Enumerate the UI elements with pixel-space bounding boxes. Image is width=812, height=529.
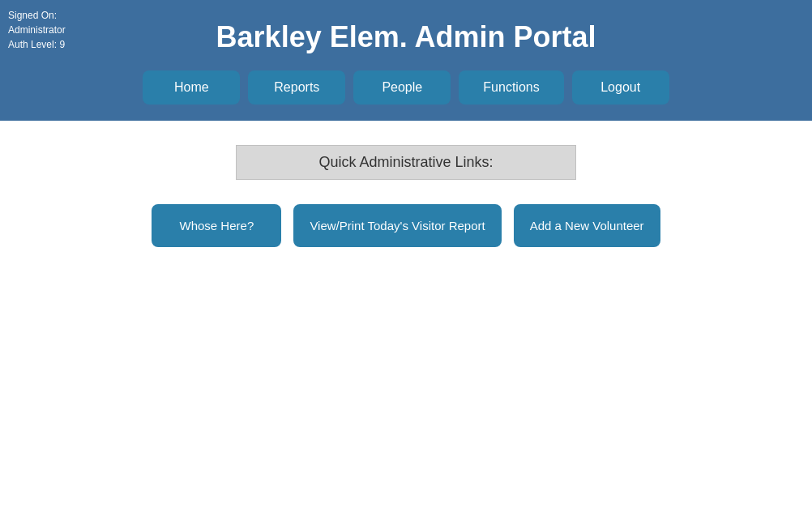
nav-functions[interactable]: Functions	[459, 70, 563, 105]
site-header: Signed On: Administrator Auth Level: 9 B…	[0, 0, 812, 121]
nav-people[interactable]: People	[353, 70, 451, 105]
main-nav: Home Reports People Functions Logout	[16, 66, 796, 105]
quick-links-bar: Quick Administrative Links:	[236, 145, 576, 180]
signed-on-label: Signed On:	[8, 10, 57, 21]
auth-level: Auth Level: 9	[8, 39, 65, 50]
add-volunteer-button[interactable]: Add a New Volunteer	[514, 204, 660, 247]
site-title: Barkley Elem. Admin Portal	[16, 12, 796, 66]
quick-links-buttons: Whose Here? View/Print Today's Visitor R…	[152, 204, 660, 247]
whose-here-button[interactable]: Whose Here?	[152, 204, 281, 247]
user-name: Administrator	[8, 24, 66, 36]
nav-reports[interactable]: Reports	[248, 70, 345, 105]
signed-on-info: Signed On: Administrator Auth Level: 9	[8, 8, 66, 52]
main-content: Quick Administrative Links: Whose Here? …	[0, 121, 812, 271]
nav-home[interactable]: Home	[143, 70, 240, 105]
visitor-report-button[interactable]: View/Print Today's Visitor Report	[293, 204, 501, 247]
nav-logout[interactable]: Logout	[572, 70, 669, 105]
